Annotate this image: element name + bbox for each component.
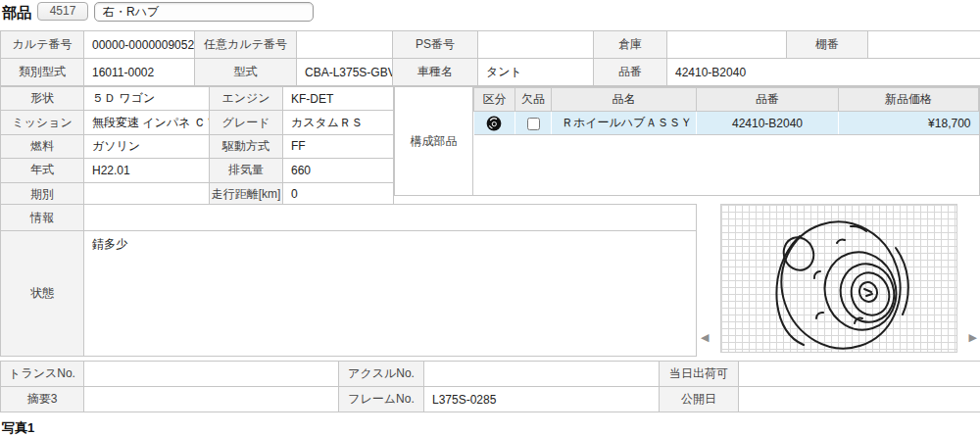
term-value [84,182,210,206]
car-name-label: 車種名 [393,59,478,86]
border-gap [773,405,798,412]
part-diagram-grid [720,204,957,353]
shape-value: ５Ｄ ワゴン [84,87,210,111]
part-code-badge: 4517 [37,2,88,21]
bottom-row-2: 摘要3 フレームNo. L375S-0285 公開日 [1,387,980,412]
ps-number-value [478,31,594,59]
axle-no-label: アクスルNo. [339,362,424,387]
spec-table: 形状 ５Ｄ ワゴン エンジン KF-DET ミッション 無段変速 インパネ ＣＶ… [0,86,394,207]
optional-karte-label: 任意カルテ番号 [195,31,297,59]
warehouse-value [667,31,787,59]
component-name: ＲホイールハブＡＳＳＹ ＲＨ [552,112,697,135]
trans-no-value [84,362,339,387]
engine-label: エンジン [210,87,283,111]
mission-label: ミッション [1,111,84,134]
header-row-2: 類別型式 16011-0002 型式 CBA-L375S-GBVZ 車種名 タン… [1,59,980,86]
components-table-wrap: 区分 欠品 品名 品番 新品価格 [472,86,980,196]
state-row: 状態 錆多少 [1,231,697,357]
next-image-arrow-icon[interactable]: ▶ [969,331,977,343]
axle-no-value [424,362,660,387]
karte-number-value: 00000-000000905297 [84,31,195,59]
components-header-row: 区分 欠品 品名 品番 新品価格 [474,88,979,112]
same-day-ship-label: 当日出荷可 [660,362,739,387]
component-price: ¥18,700 [839,112,979,135]
mileage-value: 0 [283,182,394,206]
frame-no-value: L375S-0285 [424,387,660,412]
spec-row: 燃料 ガソリン 駆動方式 FF [1,134,394,158]
name-header: 品名 [552,88,697,112]
class-model-value: 16011-0002 [84,59,195,86]
frame-no-label: フレームNo. [339,387,424,412]
grade-label: グレード [210,111,283,134]
part-number-label: 品番 [594,59,667,86]
shelf-label: 棚番 [787,31,868,59]
missing-header: 欠品 [515,88,552,112]
shape-label: 形状 [1,87,84,111]
model-label: 型式 [195,59,297,86]
missing-cell [515,112,552,135]
model-year-value: H22.01 [84,159,210,182]
mileage-label: 走行距離[km] [210,182,283,206]
part-no-header: 品番 [697,88,839,112]
parts-detail-page: 部品 4517 カルテ番号 00000-000000905297 任意カルテ番号… [0,0,980,436]
spec-row: 期別 走行距離[km] 0 [1,182,394,206]
bottom-table: トランスNo. アクスルNo. 当日出荷可 摘要3 フレームNo. L375S-… [0,361,980,412]
component-part-no: 42410-B2040 [697,112,839,135]
info-table: 情報 状態 錆多少 [0,204,697,357]
spec-row: 形状 ５Ｄ ワゴン エンジン KF-DET [1,87,394,111]
kubun-header: 区分 [474,88,515,112]
same-day-ship-value [739,362,980,387]
release-date-label: 公開日 [660,387,739,412]
price-header: 新品価格 [839,88,979,112]
engine-value: KF-DET [283,87,394,111]
components-panel-label: 構成部品 [394,86,472,196]
spec-row: ミッション 無段変速 インパネ ＣＶＴ グレード カスタムＲＳ [1,111,394,134]
optional-karte-value [297,31,393,59]
prev-image-arrow-icon[interactable]: ◀ [701,331,709,343]
displacement-value: 660 [283,159,394,182]
displacement-label: 排気量 [210,159,283,182]
component-row[interactable]: ＲホイールハブＡＳＳＹ ＲＨ 42410-B2040 ¥18,700 [474,112,979,135]
drive-type-label: 駆動方式 [210,134,283,158]
trans-no-label: トランスNo. [1,362,84,387]
state-label: 状態 [1,231,84,357]
drive-type-value: FF [283,134,394,158]
fuel-label: 燃料 [1,134,84,158]
hub-drawing [721,205,956,352]
fuel-value: ガソリン [84,134,210,158]
components-table: 区分 欠品 品名 品番 新品価格 [473,87,979,135]
ps-number-label: PS番号 [393,31,478,59]
missing-part-checkbox[interactable] [527,118,540,130]
spec-row: 年式 H22.01 排気量 660 [1,159,394,182]
summary3-value [84,387,339,412]
header-row-1: カルテ番号 00000-000000905297 任意カルテ番号 PS番号 倉庫… [1,31,980,59]
part-number-value: 42410-B2040 [667,59,980,86]
part-name-input[interactable] [94,2,314,22]
grade-value: カスタムＲＳ [283,111,394,134]
part-image-panel: ◀ [698,201,980,355]
state-value: 錆多少 [84,231,697,357]
shelf-value [868,31,980,59]
info-row: 情報 [1,205,697,231]
warehouse-label: 倉庫 [594,31,667,59]
kubun-cell [474,112,515,135]
info-value [84,205,697,231]
term-label: 期別 [1,182,84,206]
car-name-value: タント [478,59,594,86]
mission-value: 無段変速 インパネ ＣＶＴ [84,111,210,134]
karte-number-label: カルテ番号 [1,31,84,59]
class-model-label: 類別型式 [1,59,84,86]
header-table: カルテ番号 00000-000000905297 任意カルテ番号 PS番号 倉庫… [0,30,980,86]
photo-section-label: 写真1 [2,419,34,436]
bottom-row-1: トランスNo. アクスルNo. 当日出荷可 [1,362,980,387]
model-value: CBA-L375S-GBVZ [297,59,393,86]
components-panel: 構成部品 区分 欠品 品名 品番 新品価格 [394,86,980,196]
summary3-label: 摘要3 [1,387,84,412]
wheel-icon [486,116,502,131]
page-title: 部品 [2,4,31,23]
top-bar: 部品 4517 [0,0,980,27]
info-label: 情報 [1,205,84,231]
model-year-label: 年式 [1,159,84,182]
